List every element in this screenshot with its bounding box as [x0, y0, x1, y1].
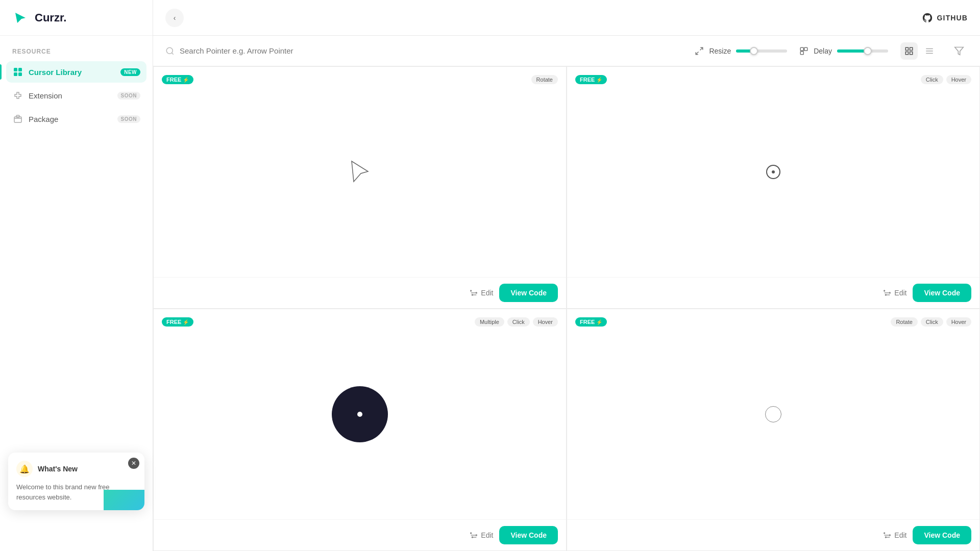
package-label: Package [29, 115, 117, 123]
card-1-free-tag: FREE [162, 75, 193, 84]
controls-bar: Resize Delay [153, 36, 980, 66]
resize-control: Resize [695, 46, 787, 56]
card-3-edit-button[interactable]: Edit [470, 531, 493, 539]
card-3-preview[interactable] [154, 309, 566, 519]
cursor-card-1: FREE Rotate Edit View Code [153, 66, 567, 309]
card-2-right-tags: Click Hover [921, 75, 971, 84]
card-2-view-code-button[interactable]: View Code [913, 284, 971, 302]
card-1-rotate-tag: Rotate [531, 75, 558, 84]
svg-rect-15 [910, 52, 913, 54]
card-4-preview[interactable] [567, 309, 979, 519]
svg-point-29 [884, 290, 885, 291]
svg-line-8 [696, 52, 699, 54]
card-3-edit-label: Edit [481, 531, 493, 539]
svg-point-30 [890, 292, 891, 293]
delay-control: Delay [799, 46, 888, 56]
svg-point-43 [886, 537, 887, 538]
delay-slider-thumb[interactable] [864, 47, 872, 55]
search-wrapper [165, 46, 682, 56]
card-4-rotate-tag: Rotate [891, 317, 917, 327]
svg-rect-14 [905, 52, 908, 54]
search-icon [165, 46, 175, 56]
card-2-footer: Edit View Code [567, 277, 979, 308]
card-2-preview[interactable] [567, 67, 979, 277]
card-2-free-badge: FREE [575, 75, 607, 84]
notification-close-button[interactable]: ✕ [128, 458, 139, 469]
card-1-preview[interactable] [154, 67, 566, 277]
delay-slider-track [837, 49, 888, 53]
card-4-edit-button[interactable]: Edit [883, 531, 906, 539]
edit-icon-3 [470, 531, 478, 539]
resize-slider-thumb[interactable] [750, 47, 758, 55]
card-2-free-tag: FREE [575, 75, 607, 84]
card-3-multiple-tag: Multiple [475, 317, 504, 327]
card-3-click-tag: Click [507, 317, 530, 327]
card-1-footer: Edit View Code [154, 277, 566, 308]
github-link[interactable]: GITHUB [922, 12, 968, 23]
svg-point-23 [471, 290, 472, 291]
notification-header: 🔔 What's New [16, 461, 136, 477]
card-2-edit-button[interactable]: Edit [883, 289, 906, 297]
search-input[interactable] [180, 46, 682, 55]
card-2-click-tag: Click [921, 75, 943, 84]
resize-icon [695, 46, 704, 56]
card-4-click-tag: Click [921, 317, 943, 327]
card-4-view-code-button[interactable]: View Code [913, 526, 971, 544]
card-4-edit-label: Edit [894, 531, 906, 539]
edit-icon-2 [883, 289, 891, 297]
cursor-card-3: FREE Multiple Click Hover Edit [153, 309, 567, 551]
github-label: GITHUB [937, 14, 968, 22]
filter-button[interactable] [950, 42, 968, 60]
card-3-view-code-button[interactable]: View Code [499, 526, 558, 544]
sidebar-item-package[interactable]: Package SOON [6, 108, 146, 130]
svg-point-25 [472, 294, 473, 295]
grid-view-button[interactable] [900, 42, 918, 60]
circle-empty-cursor-preview [765, 406, 781, 422]
dot-outline-cursor-preview [766, 165, 780, 179]
card-2-edit-label: Edit [894, 289, 906, 297]
list-view-button[interactable] [921, 42, 938, 60]
card-3-hover-tag: Hover [533, 317, 558, 327]
card-2-hover-tag: Hover [946, 75, 971, 84]
delay-slider-fill [837, 49, 868, 53]
svg-point-6 [166, 47, 173, 54]
collapse-sidebar-button[interactable]: ‹ [165, 9, 184, 27]
cursor-grid: FREE Rotate Edit View Code [153, 66, 980, 551]
notification-gradient [104, 490, 144, 510]
card-1-free-badge: FREE [162, 75, 193, 84]
cursor-library-badge: NEW [120, 68, 140, 76]
card-1-view-code-button[interactable]: View Code [499, 284, 558, 302]
sidebar-section-label: Resource [0, 36, 153, 61]
svg-rect-10 [804, 47, 807, 51]
resize-slider-track [736, 49, 787, 53]
card-4-free-badge: FREE [575, 317, 607, 327]
card-4-free-tag: FREE [575, 317, 607, 327]
app-name: Curzr. [35, 11, 66, 24]
resize-label: Resize [709, 47, 731, 55]
card-3-footer: Edit View Code [154, 519, 566, 550]
cursor-card-2: FREE Click Hover Edit View Code [567, 66, 980, 309]
svg-point-36 [476, 535, 477, 536]
blob-cursor-preview [332, 386, 388, 442]
card-3-right-tags: Multiple Click Hover [475, 317, 558, 327]
svg-rect-2 [14, 72, 17, 76]
cursor-library-label: Cursor Library [29, 68, 120, 77]
view-toggle [900, 42, 938, 60]
svg-rect-3 [18, 72, 22, 76]
notification-popup: ✕ 🔔 What's New Welcome to this brand new… [8, 453, 144, 510]
card-1-edit-button[interactable]: Edit [470, 289, 493, 297]
package-icon [12, 113, 23, 124]
package-badge: SOON [117, 115, 140, 123]
cursor-card-4: FREE Rotate Click Hover Edit View Code [567, 309, 980, 551]
sidebar: Curzr. Resource Cursor Library NEW Ex [0, 0, 153, 551]
extension-badge: SOON [117, 92, 140, 99]
sidebar-item-extension[interactable]: Extension SOON [6, 85, 146, 106]
svg-point-31 [886, 294, 887, 295]
logo-area: Curzr. [0, 0, 153, 36]
delay-icon [799, 46, 808, 56]
card-1-right-tags: Rotate [531, 75, 558, 84]
card-3-free-tag: FREE [162, 317, 193, 327]
sidebar-item-cursor-library[interactable]: Cursor Library NEW [6, 61, 146, 83]
svg-rect-5 [16, 115, 19, 117]
svg-line-7 [700, 47, 703, 50]
